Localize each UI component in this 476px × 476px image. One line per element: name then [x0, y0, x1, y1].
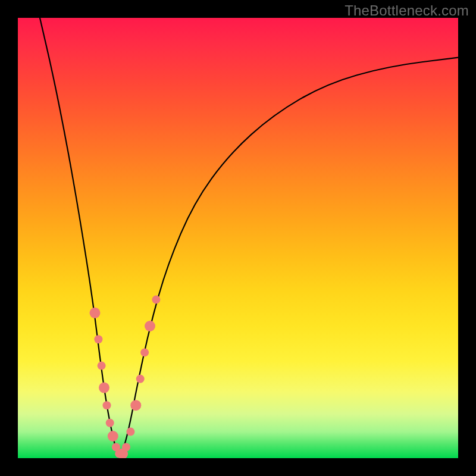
highlight-dot	[145, 321, 155, 331]
highlight-dot	[94, 335, 102, 343]
highlight-dot	[108, 431, 118, 441]
highlight-dot	[126, 428, 134, 436]
highlight-dot	[130, 400, 141, 411]
plot-area	[18, 18, 458, 458]
highlight-dot	[103, 401, 111, 409]
highlight-dot	[136, 375, 145, 383]
highlight-dot	[140, 348, 149, 356]
highlight-dots	[90, 296, 161, 458]
curve-svg	[18, 18, 458, 458]
highlight-dot	[99, 383, 109, 393]
highlight-dot	[122, 443, 130, 452]
watermark-text: TheBottleneck.com	[345, 2, 469, 19]
highlight-dot	[90, 308, 101, 318]
highlight-dot	[98, 362, 106, 370]
chart-frame: TheBottleneck.com	[0, 0, 476, 476]
highlight-dot	[106, 419, 114, 427]
highlight-dot	[152, 296, 160, 304]
